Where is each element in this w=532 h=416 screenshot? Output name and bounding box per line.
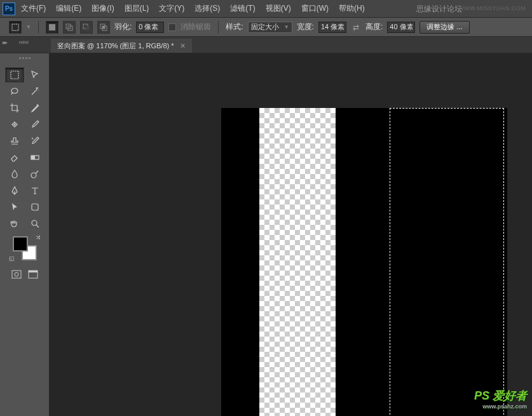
- shape-tool[interactable]: [25, 199, 44, 215]
- antialias-label: 消除锯齿: [181, 22, 211, 32]
- swap-colors-icon[interactable]: ⤭: [36, 234, 41, 241]
- mini-label: mini: [19, 39, 29, 45]
- wand-tool[interactable]: [25, 84, 44, 99]
- panel-grip-icon[interactable]: [3, 57, 47, 64]
- menu-view[interactable]: 视图(V): [261, 1, 296, 17]
- svg-point-14: [32, 220, 37, 225]
- gradient-tool[interactable]: [25, 150, 44, 165]
- pen-tool[interactable]: [5, 183, 24, 198]
- canvas-area[interactable]: [50, 53, 532, 416]
- antialias-checkbox[interactable]: [168, 23, 176, 31]
- marquee-tool[interactable]: [5, 67, 24, 83]
- menu-select[interactable]: 选择(S): [190, 1, 224, 17]
- options-bar: ▼ 羽化: 消除锯齿 样式: 固定大小▼ 宽度: ⇄ 高度: 调整边缘 ...: [0, 18, 532, 37]
- screenmode-icon[interactable]: [26, 268, 40, 281]
- healing-tool[interactable]: [5, 117, 24, 132]
- foreground-color[interactable]: [13, 236, 28, 252]
- divider: [38, 21, 39, 34]
- quickmask-icon[interactable]: [10, 268, 24, 281]
- style-label: 样式:: [226, 22, 243, 32]
- divider: [218, 21, 219, 34]
- svg-rect-9: [11, 71, 18, 79]
- selection-add-icon[interactable]: [63, 21, 76, 34]
- menu-type[interactable]: 文字(Y): [154, 1, 189, 17]
- layer-black-left: [221, 108, 259, 416]
- eraser-tool[interactable]: [5, 150, 24, 165]
- swap-wh-icon[interactable]: ⇄: [351, 22, 361, 32]
- svg-point-16: [15, 272, 18, 276]
- forum-text: 思缘设计论坛: [416, 4, 462, 15]
- svg-rect-11: [31, 156, 35, 159]
- feather-label: 羽化:: [114, 22, 132, 32]
- document-tab[interactable]: 竖向图案 @ 1170% (图层 1, RGB/8) * ×: [51, 39, 192, 53]
- selection-intersect-icon[interactable]: [97, 21, 110, 34]
- svg-rect-18: [29, 271, 38, 272]
- default-colors-icon[interactable]: ◱: [9, 255, 15, 262]
- dock-grip-icon[interactable]: ▸▸: [3, 39, 6, 46]
- brush-tool[interactable]: [25, 117, 44, 132]
- watermark: PS 爱好者 www.psahz.com: [474, 388, 527, 410]
- width-input[interactable]: [318, 22, 346, 33]
- ps-logo-icon: Ps: [3, 3, 15, 15]
- selection-subtract-icon[interactable]: [80, 21, 93, 34]
- height-label: 高度:: [365, 22, 383, 32]
- blur-tool[interactable]: [5, 166, 24, 182]
- document-tabs: ▸▸ mini 竖向图案 @ 1170% (图层 1, RGB/8) * ×: [0, 37, 532, 53]
- hand-tool[interactable]: [5, 216, 24, 231]
- move-tool[interactable]: [25, 67, 44, 83]
- document-canvas[interactable]: [221, 108, 507, 416]
- refine-edge-button[interactable]: 调整边缘 ...: [419, 21, 469, 34]
- menu-edit[interactable]: 编辑(E): [51, 1, 86, 17]
- stamp-tool[interactable]: [5, 133, 24, 149]
- menu-file[interactable]: 文件(F): [17, 1, 50, 17]
- document-title: 竖向图案 @ 1170% (图层 1, RGB/8) *: [57, 41, 174, 51]
- crop-tool[interactable]: [5, 100, 24, 116]
- svg-rect-15: [12, 271, 21, 278]
- history-brush-tool[interactable]: [25, 133, 44, 149]
- layer-black-right: [336, 108, 507, 416]
- chevron-down-icon[interactable]: ▼: [26, 24, 31, 30]
- menu-image[interactable]: 图像(I): [87, 1, 118, 17]
- lasso-tool[interactable]: [5, 84, 24, 99]
- svg-rect-13: [32, 204, 38, 210]
- svg-rect-0: [12, 24, 18, 30]
- tool-marquee-preset-icon[interactable]: [9, 21, 22, 34]
- width-label: 宽度:: [297, 22, 314, 32]
- zoom-tool[interactable]: [25, 216, 44, 231]
- menu-bar: Ps 文件(F) 编辑(E) 图像(I) 图层(L) 文字(Y) 选择(S) 滤…: [0, 0, 532, 18]
- svg-point-12: [31, 173, 36, 178]
- height-input[interactable]: [387, 22, 415, 33]
- selection-new-icon[interactable]: [46, 21, 58, 34]
- menu-filter[interactable]: 滤镜(T): [226, 1, 259, 17]
- eyedropper-tool[interactable]: [25, 100, 44, 116]
- color-swatches[interactable]: ⤭ ◱: [13, 236, 37, 260]
- menu-layer[interactable]: 图层(L): [120, 1, 154, 17]
- transparent-area: [259, 108, 336, 416]
- style-select[interactable]: 固定大小▼: [248, 22, 292, 33]
- type-tool[interactable]: [25, 183, 44, 198]
- svg-rect-1: [49, 24, 55, 30]
- svg-rect-8: [102, 26, 105, 29]
- menu-window[interactable]: 窗口(W): [297, 1, 333, 17]
- path-select-tool[interactable]: [5, 199, 24, 215]
- feather-input[interactable]: [136, 22, 164, 33]
- tools-panel: ⤭ ◱: [0, 53, 50, 416]
- missyuan-url: WWW.MISSYUAN.COM: [458, 5, 526, 11]
- dodge-tool[interactable]: [25, 166, 44, 182]
- close-icon[interactable]: ×: [181, 43, 186, 49]
- menu-help[interactable]: 帮助(H): [334, 1, 369, 17]
- svg-rect-5: [85, 26, 90, 30]
